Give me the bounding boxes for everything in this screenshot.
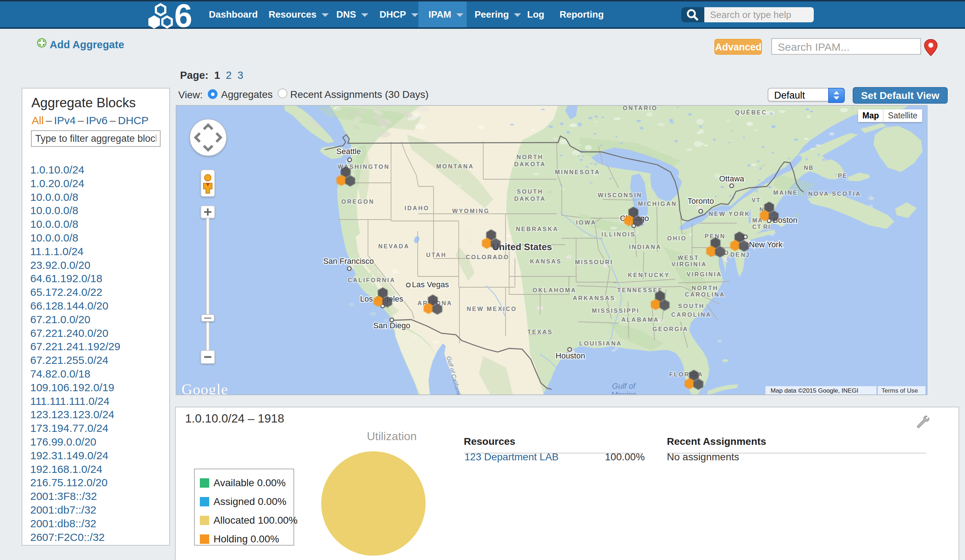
svg-text:CT: CT <box>752 224 762 230</box>
svg-text:KANSAS: KANSAS <box>530 258 562 264</box>
svg-text:NEW MEXICO: NEW MEXICO <box>467 305 517 312</box>
svg-text:NORTH: NORTH <box>517 153 543 160</box>
svg-text:COLORADO: COLORADO <box>466 254 509 260</box>
svg-text:CAROLINA: CAROLINA <box>671 311 711 318</box>
svg-text:NB: NB <box>804 165 814 171</box>
svg-text:IOWA: IOWA <box>576 219 597 226</box>
svg-text:ONTARIO: ONTARIO <box>623 106 658 111</box>
svg-text:OHIO: OHIO <box>667 235 687 242</box>
svg-text:Las Vegas: Las Vegas <box>412 280 449 289</box>
svg-text:Gulf of: Gulf of <box>612 382 636 390</box>
svg-text:QUÉBEC: QUÉBEC <box>735 109 767 116</box>
svg-text:VT: VT <box>752 197 761 203</box>
svg-text:Mexico: Mexico <box>611 390 636 394</box>
svg-text:NOVA SCOTIA: NOVA SCOTIA <box>808 190 861 197</box>
svg-text:6: 6 <box>174 2 192 29</box>
svg-text:TEXAS: TEXAS <box>528 328 553 335</box>
svg-text:Seattle: Seattle <box>336 147 361 156</box>
svg-text:DAKOTA: DAKOTA <box>514 196 546 202</box>
svg-text:TENNESSEE: TENNESSEE <box>617 287 663 293</box>
svg-text:CALIFORNIA: CALIFORNIA <box>347 277 395 283</box>
svg-text:MISSISSIPPI: MISSISSIPPI <box>592 307 640 314</box>
svg-text:ARKANSAS: ARKANSAS <box>573 295 616 301</box>
svg-text:Ottawa: Ottawa <box>719 174 744 183</box>
svg-text:IDAHO: IDAHO <box>405 205 430 211</box>
svg-text:OKLAHOMA: OKLAHOMA <box>533 287 576 293</box>
svg-text:San Diego: San Diego <box>373 321 411 330</box>
svg-text:MINNESOTA: MINNESOTA <box>555 169 600 175</box>
svg-text:GEORGIA: GEORGIA <box>653 326 689 332</box>
svg-text:MONTANA: MONTANA <box>437 163 474 170</box>
svg-text:Toronto: Toronto <box>687 196 714 206</box>
svg-text:Google: Google <box>182 381 228 394</box>
svg-text:Houston: Houston <box>556 351 585 360</box>
svg-text:KENTUCKY: KENTUCKY <box>628 272 670 278</box>
svg-text:New York: New York <box>749 240 783 249</box>
svg-text:WYOMING: WYOMING <box>452 208 490 214</box>
svg-text:OREGON: OREGON <box>341 198 375 205</box>
svg-text:Terms of Use: Terms of Use <box>882 387 918 394</box>
svg-text:SOUTH: SOUTH <box>678 303 704 309</box>
svg-text:CAROLINA: CAROLINA <box>685 291 725 298</box>
svg-text:UTAH: UTAH <box>426 251 447 258</box>
svg-text:NEBRASKA: NEBRASKA <box>516 226 559 232</box>
svg-text:Map data ©2015 Google, INEGI: Map data ©2015 Google, INEGI <box>770 387 859 394</box>
svg-text:DE: DE <box>731 251 740 258</box>
svg-text:NEVADA: NEVADA <box>378 243 409 250</box>
svg-text:RI: RI <box>763 224 770 230</box>
svg-text:PE: PE <box>838 172 847 179</box>
svg-text:Map: Map <box>862 111 879 120</box>
svg-text:SOUTH: SOUTH <box>517 188 543 195</box>
svg-text:MICHIGAN: MICHIGAN <box>638 201 677 207</box>
svg-text:MISSOURI: MISSOURI <box>575 259 613 265</box>
svg-text:MAINE: MAINE <box>774 189 798 196</box>
svg-text:DAKOTA: DAKOTA <box>514 161 546 167</box>
svg-text:VIRGINIA: VIRGINIA <box>672 261 707 268</box>
svg-text:LOUISIANA: LOUISIANA <box>579 340 622 346</box>
svg-text:Satellite: Satellite <box>888 111 918 120</box>
svg-text:VIRGINIA: VIRGINIA <box>687 271 722 278</box>
svg-text:San Francisco: San Francisco <box>323 256 374 266</box>
svg-text:NJ: NJ <box>741 251 750 258</box>
svg-text:INDIANA: INDIANA <box>629 244 662 250</box>
svg-text:NORTH: NORTH <box>692 285 718 291</box>
svg-text:ALABAMA: ALABAMA <box>621 316 659 323</box>
svg-text:WISCONSIN: WISCONSIN <box>598 192 642 198</box>
svg-text:United States: United States <box>492 242 552 252</box>
svg-text:WEST: WEST <box>678 255 699 261</box>
svg-text:NEW YORK: NEW YORK <box>709 211 750 217</box>
svg-text:ILLINOIS: ILLINOIS <box>602 231 636 238</box>
